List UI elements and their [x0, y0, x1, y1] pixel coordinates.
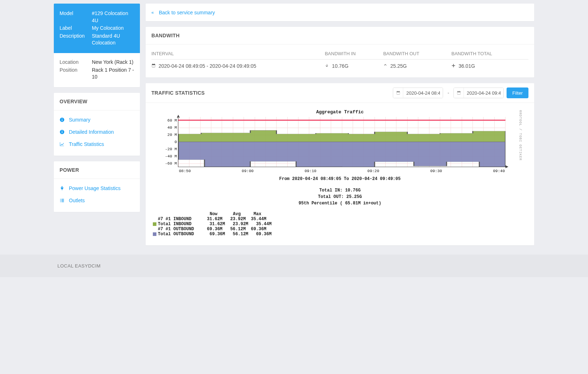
info-label-key: Label	[60, 25, 92, 32]
series-outbound	[178, 142, 505, 167]
table-row: 2020-04-24 08:49:05 - 2020-04-24 09:49:0…	[151, 60, 528, 73]
traffic-title: TRAFFIC STATISTICS	[151, 90, 390, 96]
legend-row: Total INBOUND 31.62M 23.92M 35.44M	[153, 222, 527, 227]
x-tick: 09:00	[242, 169, 254, 173]
power-panel: POWER Power Usage Statistics Outlets	[54, 161, 140, 212]
bw-col-total: BANDWITH TOTAL	[451, 48, 528, 60]
nav-summary[interactable]: Summary	[60, 117, 90, 123]
nav-traffic-label: Traffic Statistics	[69, 141, 104, 147]
y-tick: 40 M	[163, 126, 177, 130]
info-position-val: Rack 1 Position 7 - 10	[92, 67, 134, 81]
info-card: Model #129 Colocation 4U Label My Coloca…	[54, 4, 140, 87]
legend-swatch	[153, 232, 156, 236]
legend-swatch	[153, 222, 156, 226]
overview-title: OVERVIEW	[54, 93, 140, 110]
nav-detailed[interactable]: Detailed Information	[60, 129, 114, 135]
y-tick: -40 M	[163, 154, 177, 158]
date-from-input[interactable]	[403, 88, 443, 98]
date-to-input[interactable]	[464, 88, 503, 98]
svg-point-2	[62, 131, 62, 131]
chart-plot-area: 60 M40 M20 M0-20 M-40 M-60 M08:5009:0009…	[178, 117, 505, 167]
total-out: Total OUT: 25.25G	[153, 194, 527, 200]
nav-outlets[interactable]: Outlets	[60, 198, 85, 203]
nav-power-usage-label: Power Usage Statistics	[69, 185, 121, 191]
x-tick: 09:20	[367, 169, 379, 173]
y-tick: -60 M	[163, 161, 177, 166]
calendar-icon	[393, 88, 403, 98]
info-card-top: Model #129 Colocation 4U Label My Coloca…	[54, 4, 140, 53]
total-in: Total IN: 10.76G	[153, 187, 527, 194]
bw-col-in: BANDWITH IN	[325, 48, 383, 60]
nav-detailed-label: Detailed Information	[69, 129, 114, 135]
chart-totals: Total IN: 10.76G Total OUT: 25.25G 95th …	[153, 187, 527, 207]
chart-legend: Now Avg Max#7 #1 INBOUND 31.62M 23.92M 3…	[153, 212, 527, 237]
legend-row: #7 #1 OUTBOUND 69.36M 56.12M 69.36M	[153, 227, 527, 232]
arrow-up-icon	[383, 63, 387, 69]
power-title: POWER	[54, 161, 140, 179]
nav-summary-label: Summary	[69, 117, 90, 123]
back-panel: « Back to service summary	[146, 4, 534, 21]
info-card-bottom: Location New York (Rack 1) Position Rack…	[54, 53, 140, 87]
bw-interval: 2020-04-24 08:49:05 - 2020-04-24 09:49:0…	[159, 63, 256, 69]
bandwidth-title: BANDWITH	[146, 27, 534, 44]
back-link-label: Back to service summary	[159, 10, 215, 15]
info-model-key: Model	[60, 10, 92, 24]
plug-icon	[60, 186, 65, 191]
date-to-group	[453, 87, 504, 98]
chart-title: Aggregate Traffic	[153, 109, 527, 115]
date-from-group	[393, 87, 443, 98]
info-description-key: Description	[60, 33, 92, 47]
legend-row: #7 #1 INBOUND 31.62M 23.92M 35.44M	[153, 217, 527, 222]
x-tick: 08:50	[179, 169, 191, 173]
info-circle-icon	[60, 129, 65, 134]
info-location-val: New York (Rack 1)	[92, 59, 134, 66]
info-location-key: Location	[60, 59, 92, 66]
list-icon	[60, 198, 65, 203]
arrow-down-icon	[325, 63, 329, 69]
info-description-val: Standard 4U Colocation	[92, 33, 134, 47]
chart-side-note: RRDTOOL / TOBI OETIKER	[518, 110, 522, 227]
y-tick: 60 M	[163, 118, 177, 123]
bw-out: 25.25G	[390, 63, 407, 69]
date-separator: -	[446, 90, 451, 96]
chevron-left-icon: «	[151, 10, 154, 15]
info-position-key: Position	[60, 67, 92, 81]
bandwidth-table: INTERVAL BANDWITH IN BANDWITH OUT BANDWI…	[151, 48, 528, 72]
series-inbound	[178, 131, 505, 142]
bw-col-out: BANDWITH OUT	[383, 48, 451, 60]
nav-traffic[interactable]: Traffic Statistics	[60, 141, 104, 147]
info-icon	[60, 117, 65, 122]
svg-rect-1	[62, 131, 62, 133]
x-tick: 09:40	[493, 169, 505, 173]
plus-icon	[451, 63, 456, 69]
back-link[interactable]: « Back to service summary	[151, 10, 215, 15]
chart-line-icon	[60, 142, 65, 147]
overview-panel: OVERVIEW Summary Detailed Information	[54, 93, 140, 156]
bw-total: 36.01G	[458, 63, 475, 69]
y-tick: 0	[163, 140, 177, 144]
calendar-icon	[151, 63, 156, 69]
y-tick: -20 M	[163, 147, 177, 151]
x-tick: 09:10	[305, 169, 316, 173]
nav-outlets-label: Outlets	[69, 198, 85, 203]
calendar-icon	[454, 88, 464, 98]
chart-caption: From 2020-04-24 08:49:05 To 2020-04-24 0…	[153, 176, 527, 181]
legend-header: Now Avg Max	[153, 212, 527, 217]
info-label-val: My Colocation	[92, 25, 134, 32]
bw-in: 10.76G	[332, 63, 348, 69]
info-model-val: #129 Colocation 4U	[92, 10, 134, 24]
traffic-panel: TRAFFIC STATISTICS - Filter Aggre	[146, 83, 534, 245]
threshold-line	[178, 120, 505, 120]
bw-col-interval: INTERVAL	[151, 48, 325, 60]
bandwidth-panel: BANDWITH INTERVAL BANDWITH IN BANDWITH O…	[146, 27, 534, 77]
x-tick: 09:30	[430, 169, 442, 173]
total-percentile: 95th Percentile ( 65.81M in+out)	[153, 200, 527, 207]
nav-power-usage[interactable]: Power Usage Statistics	[60, 185, 121, 191]
footer: LOCAL EASYDCIM	[0, 255, 588, 277]
y-tick: 20 M	[163, 133, 177, 137]
footer-text: LOCAL EASYDCIM	[57, 263, 101, 269]
axis-arrow-right-icon	[505, 165, 508, 168]
legend-row: Total OUTBOUND 69.36M 56.12M 69.36M	[153, 232, 527, 237]
chart-container: Aggregate Traffic RRDTOOL / TOBI OETIKER…	[146, 103, 534, 245]
filter-button[interactable]: Filter	[507, 87, 528, 98]
